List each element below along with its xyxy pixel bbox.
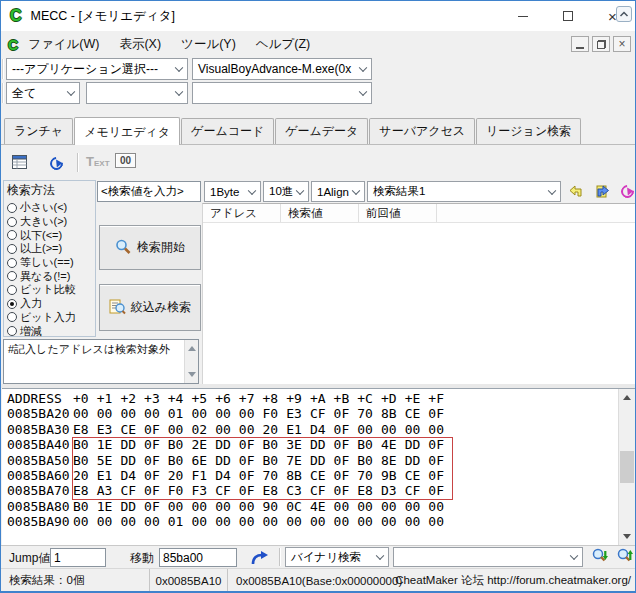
results-column-header[interactable]: 前回値 — [359, 204, 437, 222]
hex-row[interactable]: 0085BA80B01EDD0F00000000900C4E0000000000 — [7, 499, 452, 514]
radix-value: 10進 — [269, 184, 293, 199]
scrollbar-thumb[interactable] — [620, 451, 634, 483]
reload-results-button[interactable] — [617, 181, 636, 202]
results-column-header[interactable]: アドレス — [203, 204, 281, 222]
text-mode-icon: TEXT — [86, 154, 110, 169]
redo-result-button[interactable] — [592, 181, 613, 202]
search-start-button[interactable]: 検索開始 — [99, 225, 201, 270]
hex-row[interactable]: 0085BA50B05EDD0FB06EDD0FB07EDD0FB08EDD0F — [7, 453, 452, 468]
tab-label: メモリエディタ — [84, 125, 170, 139]
status-current-address: 0x0085BA10 — [149, 569, 227, 592]
scroll-down-arrow[interactable] — [619, 530, 635, 545]
tab[interactable]: リージョン検索 — [476, 118, 581, 144]
hexedit-toolbar: TEXT 00 — [1, 145, 635, 179]
hex-row[interactable]: 0085BA9000000000010000000000000000000000 — [7, 514, 452, 529]
memory-table-icon — [11, 153, 29, 171]
chevron-down-icon — [175, 64, 183, 72]
minimize-button[interactable] — [500, 1, 545, 31]
application-select-combo[interactable]: ---アプリケーション選択--- — [6, 58, 188, 80]
search-method-radio[interactable]: 増減 — [4, 324, 95, 338]
refresh-button[interactable] — [45, 152, 67, 174]
search-method-radio[interactable]: ビット比較 — [4, 283, 95, 297]
note-scrollbar[interactable] — [184, 340, 198, 383]
mdi-minimize-button[interactable] — [571, 36, 589, 52]
binary-search-input[interactable] — [393, 547, 583, 567]
radio-icon — [7, 285, 17, 295]
tab[interactable]: サーバアクセス — [369, 118, 475, 144]
maximize-icon — [563, 11, 573, 21]
hex-row[interactable]: 0085BA6020E1D40F20F1D40F708BCE0F709BCE0F — [7, 468, 452, 483]
magnifier-up-icon — [616, 548, 634, 566]
hex-row[interactable]: 0085BA200000000001000000F0E3CF0F708BCE0F — [7, 406, 452, 421]
undo-result-button[interactable] — [566, 181, 587, 202]
search-method-radio[interactable]: 入力 — [4, 297, 95, 311]
chevron-up-icon — [619, 10, 629, 18]
search-results-list[interactable]: アドレス検索値前回値 — [202, 203, 635, 384]
move-address-input[interactable] — [159, 548, 237, 567]
search-method-radio[interactable]: 以上(>=) — [4, 242, 95, 256]
hex-view[interactable]: ADDRESS+0+1+2+3+4+5+6+7+8+9+A+B+C+D+E+F0… — [2, 388, 635, 545]
search-method-group: 検索方法 小さい(<) 大きい(>) 以下(<=) 以上(>=) — [3, 180, 96, 337]
hex-row[interactable]: 0085BA40B01EDD0FB02EDD0FB03EDD0FB04EDD0F — [7, 437, 452, 452]
tab-label: ゲームデータ — [285, 124, 358, 138]
menu-item[interactable]: ファイル(W) — [18, 33, 109, 56]
reload-icon — [618, 182, 636, 200]
refine-search-button[interactable]: 絞込み検索 — [99, 284, 201, 331]
results-column-header[interactable]: 検索値 — [281, 204, 359, 222]
zero-fill-button[interactable]: 00 — [115, 153, 136, 168]
maximize-button[interactable] — [545, 1, 590, 31]
jump-input[interactable] — [50, 548, 106, 567]
align-combo[interactable]: 1Align — [311, 181, 365, 202]
hex-scrollbar[interactable] — [618, 389, 635, 545]
tab-label: ゲームコード — [191, 124, 264, 138]
radix-combo[interactable]: 10進 — [263, 181, 309, 202]
jump-arrow-icon — [250, 550, 270, 566]
value-size-combo[interactable]: 1Byte — [204, 181, 261, 202]
menu-item[interactable]: 表示(X) — [109, 33, 171, 56]
process-value: VisualBoyAdvance-M.exe(0x — [198, 62, 351, 76]
tab[interactable]: メモリエディタ — [74, 117, 180, 145]
tab[interactable]: ランチャ — [4, 118, 73, 144]
process-combo[interactable]: VisualBoyAdvance-M.exe(0x — [192, 58, 372, 80]
search-method-radio[interactable]: 異なる(!=) — [4, 269, 95, 283]
search-down-button[interactable] — [588, 546, 611, 568]
scroll-up-arrow[interactable] — [185, 340, 198, 355]
search-method-radio[interactable]: 小さい(<) — [4, 201, 95, 215]
align-value: 1Align — [317, 186, 349, 198]
binary-search-combo[interactable]: バイナリ検索 — [285, 547, 389, 567]
scroll-up-arrow[interactable] — [619, 389, 635, 404]
window-title: MECC - [メモリエディタ] — [31, 8, 175, 25]
mdi-controls: × — [571, 36, 631, 52]
menu-item[interactable]: ヘルプ(Z) — [246, 33, 320, 56]
filter2-combo[interactable] — [86, 82, 188, 104]
hex-row[interactable]: ADDRESS+0+1+2+3+4+5+6+7+8+9+A+B+C+D+E+F — [7, 391, 452, 406]
result-set-combo[interactable]: 検索結果1 — [367, 181, 561, 202]
collapse-toolbar-button[interactable] — [616, 6, 632, 22]
magnifier-down-icon — [591, 548, 609, 566]
hex-row[interactable]: 0085BA70E8A3CF0FF0F3CF0FE8C3CF0FE8D3CF0F — [7, 483, 452, 498]
mdi-restore-button[interactable] — [592, 36, 610, 52]
search-method-radio[interactable]: 等しい(==) — [4, 256, 95, 270]
search-up-button[interactable] — [613, 546, 636, 568]
forum-link[interactable]: CheatMaker 论坛 http://forum.cheatmaker.or… — [395, 573, 631, 588]
menu-item[interactable]: ツール(Y) — [171, 33, 246, 56]
scope-combo[interactable]: 全て — [6, 82, 80, 104]
chevron-down-icon — [548, 186, 556, 194]
mdi-close-button[interactable]: × — [613, 36, 631, 52]
undo-icon — [569, 184, 584, 199]
text-mode-button[interactable]: TEXT — [86, 154, 110, 169]
search-method-radio[interactable]: 以下(<=) — [4, 228, 95, 242]
note-textbox[interactable]: #記入したアドレスは検索対象外 — [3, 339, 199, 384]
chevron-down-icon — [359, 64, 367, 72]
tab[interactable]: ゲームデータ — [275, 118, 368, 144]
value-size-value: 1Byte — [210, 186, 239, 198]
filter3-combo[interactable] — [192, 82, 372, 104]
search-method-radio[interactable]: 大きい(>) — [4, 215, 95, 229]
search-value-input[interactable] — [97, 181, 201, 202]
tab[interactable]: ゲームコード — [181, 118, 274, 144]
search-method-radio[interactable]: ビット入力 — [4, 311, 95, 325]
scroll-down-arrow[interactable] — [185, 368, 198, 383]
hex-row[interactable]: 0085BA30E8E3CE0F0002000020E1D40F00000000 — [7, 422, 452, 437]
memory-table-button[interactable] — [9, 151, 31, 173]
go-to-address-button[interactable] — [247, 547, 273, 568]
